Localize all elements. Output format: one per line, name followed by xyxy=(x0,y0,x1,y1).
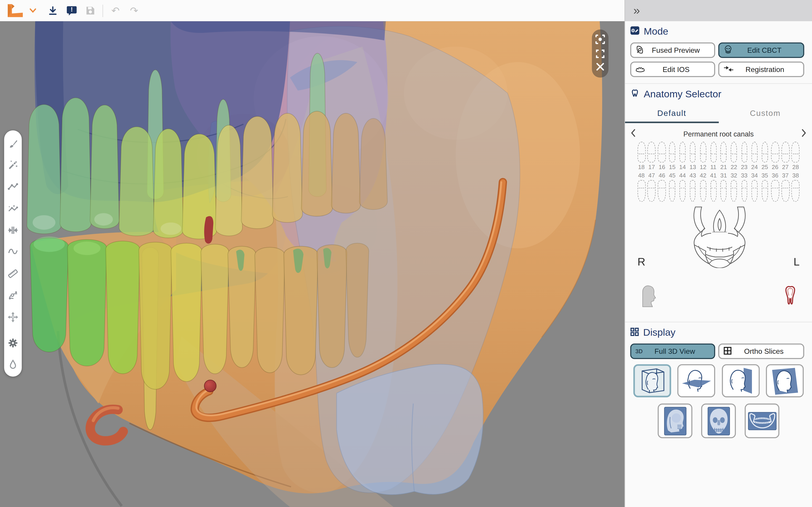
tooth-outline-icon[interactable] xyxy=(751,180,757,202)
tooth-outline-icon[interactable] xyxy=(690,180,696,202)
full-3d-view-button[interactable]: 3D Full 3D View xyxy=(630,344,715,359)
tooth-outline-icon[interactable] xyxy=(648,142,656,162)
fused-preview-button[interactable]: Fused Preview xyxy=(630,42,715,58)
tooth-outline-icon[interactable] xyxy=(679,180,686,202)
undo-button[interactable]: ↶ xyxy=(109,4,122,17)
tooth-chart-item: 17 xyxy=(647,142,657,170)
3d-viewport[interactable] xyxy=(0,0,625,507)
logo-chevron-down-icon[interactable] xyxy=(29,4,36,17)
tooth-outline-icon[interactable] xyxy=(648,180,656,202)
tooth-chart-item: 36 xyxy=(770,172,780,202)
xray-preset-buttons xyxy=(630,404,807,438)
tooth-outline-icon[interactable] xyxy=(741,180,747,202)
brush-tool-icon[interactable] xyxy=(7,139,18,149)
tooth-outline-icon[interactable] xyxy=(669,180,675,202)
tooth-outline-icon[interactable] xyxy=(679,142,686,162)
mode-buttons: Fused Preview Edit CBCT Edit IOS xyxy=(630,42,807,77)
tooth-outline-icon[interactable] xyxy=(792,180,800,202)
edit-ios-button[interactable]: Edit IOS xyxy=(630,62,715,77)
tooth-chart-item: 45 xyxy=(667,172,677,202)
tab-custom[interactable]: Custom xyxy=(718,106,812,123)
settings-gear-icon[interactable] xyxy=(7,337,18,349)
view-sagittal-button[interactable] xyxy=(722,364,759,397)
display-section-title: Display xyxy=(643,327,675,338)
export-download-button[interactable] xyxy=(46,4,59,17)
tooth-outline-icon[interactable] xyxy=(762,142,768,162)
tooth-outline-icon[interactable] xyxy=(731,142,737,162)
active-tab-underline xyxy=(625,121,719,123)
tooth-outline-icon[interactable] xyxy=(700,142,706,162)
tooth-chart-item: 26 xyxy=(770,142,780,170)
tooth-outline-icon[interactable] xyxy=(637,142,646,162)
tooth-outline-icon[interactable] xyxy=(710,142,716,162)
view-axial-button[interactable] xyxy=(677,364,715,397)
tooth-outline-icon[interactable] xyxy=(751,142,757,162)
carousel-next-icon[interactable] xyxy=(801,128,807,139)
fused-preview-icon xyxy=(636,45,645,56)
ortho-slices-button[interactable]: Ortho Slices xyxy=(718,344,804,359)
tooth-outline-icon[interactable] xyxy=(762,180,768,202)
tooth-outline-icon[interactable] xyxy=(658,180,666,202)
frontal-ceph-button[interactable] xyxy=(701,404,736,438)
app-logo[interactable] xyxy=(5,4,24,17)
tooth-outline-icon[interactable] xyxy=(690,142,696,162)
tooth-outline-icon[interactable] xyxy=(771,142,779,162)
mental-foramen-marker xyxy=(204,380,216,392)
close-icon[interactable] xyxy=(596,62,605,73)
tooth-outline-icon[interactable] xyxy=(792,142,800,162)
magic-wand-tool-icon[interactable] xyxy=(7,159,18,171)
tooth-chart-item: 32 xyxy=(729,172,739,202)
tooth-chart-item: 15 xyxy=(667,142,677,170)
skull-diagram[interactable] xyxy=(677,205,762,270)
ruler-tool-icon[interactable] xyxy=(7,268,18,279)
section-divider xyxy=(625,83,812,84)
head-profile-thumbnail[interactable] xyxy=(641,284,657,309)
anatomy-section-header: Anatomy Selector xyxy=(630,88,807,101)
tooth-outline-icon[interactable] xyxy=(710,180,716,202)
feedback-alert-button[interactable]: ! xyxy=(65,4,78,17)
polyline-tool-icon[interactable] xyxy=(7,181,18,192)
view-3d-box-button[interactable] xyxy=(633,364,671,397)
tooth-outline-icon[interactable] xyxy=(771,180,779,202)
fullscreen-icon[interactable] xyxy=(596,49,605,60)
tooth-outline-icon[interactable] xyxy=(720,142,726,162)
tooth-chart-item: 35 xyxy=(760,172,770,202)
tooth-outline-icon[interactable] xyxy=(781,180,790,202)
carousel-prev-icon[interactable] xyxy=(630,128,637,139)
tooth-outline-icon[interactable] xyxy=(720,180,726,202)
fused-preview-label: Fused Preview xyxy=(645,46,710,54)
toolbar-divider xyxy=(103,4,103,17)
redo-button[interactable]: ↷ xyxy=(127,4,141,17)
tooth-chart-item: 14 xyxy=(678,142,688,170)
display-grid-icon xyxy=(630,327,639,338)
tooth-outline-icon[interactable] xyxy=(669,142,675,162)
move-tool-icon[interactable] xyxy=(7,312,18,323)
tooth-outline-icon[interactable] xyxy=(658,142,666,162)
edit-cbct-button[interactable]: Edit CBCT xyxy=(718,42,804,58)
lateral-ceph-button[interactable] xyxy=(658,404,692,438)
align-merge-tool-icon[interactable] xyxy=(7,225,18,236)
collapse-sidebar-button[interactable]: » xyxy=(625,0,640,21)
tooth-chart-item: 34 xyxy=(750,172,759,202)
tooth-outline-icon[interactable] xyxy=(637,180,646,202)
center-focus-icon[interactable] xyxy=(595,34,606,47)
view-coronal-button[interactable] xyxy=(766,364,804,397)
tooth-outline-icon[interactable] xyxy=(700,180,706,202)
panoramic-button[interactable] xyxy=(745,404,779,438)
bezier-tool-icon[interactable] xyxy=(7,290,18,301)
tooth-chart-item: 24 xyxy=(750,142,759,170)
edit-ios-label: Edit IOS xyxy=(645,65,710,73)
selected-tooth-thumbnail[interactable] xyxy=(784,285,797,309)
tooth-outline-icon[interactable] xyxy=(741,142,747,162)
tooth-outline-icon[interactable] xyxy=(731,180,737,202)
tooth-outline-icon[interactable] xyxy=(781,142,790,162)
3d-scene-canvas[interactable] xyxy=(0,0,625,507)
curve-tool-icon[interactable] xyxy=(7,246,18,258)
smart-polyline-tool-icon[interactable] xyxy=(7,203,18,214)
tooth-chart-item: 31 xyxy=(719,172,728,202)
tooth-chart-item: 41 xyxy=(708,172,718,202)
opacity-droplet-icon[interactable] xyxy=(7,359,18,370)
tab-default[interactable]: Default xyxy=(625,106,719,123)
save-button[interactable] xyxy=(83,4,97,17)
registration-button[interactable]: Registration xyxy=(718,62,804,77)
